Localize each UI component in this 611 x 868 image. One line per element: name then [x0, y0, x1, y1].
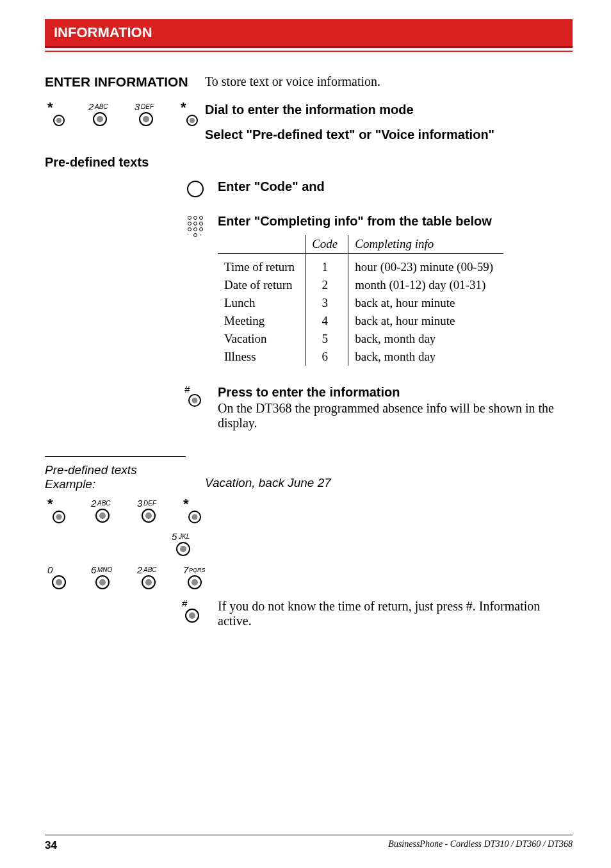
press-heading: Press to enter the information [218, 385, 573, 400]
table-header-completing: Completing info [348, 235, 503, 254]
table-cell: 6 [306, 348, 348, 366]
example-heading2: Example: [45, 477, 205, 491]
code-table: Code Completing info Time of return1hour… [218, 235, 503, 366]
svg-point-20 [200, 222, 203, 225]
svg-text:DEF: DEF [143, 500, 157, 507]
star-key-icon: * [183, 499, 211, 525]
table-cell: Lunch [218, 294, 306, 312]
svg-point-40 [145, 512, 152, 519]
dial-instruction: Dial to enter the information mode [205, 102, 573, 117]
section-header-text: INFORMATION [54, 24, 152, 40]
svg-text:5: 5 [172, 532, 177, 542]
svg-text:ABC: ABC [143, 566, 157, 573]
svg-point-6 [97, 116, 103, 122]
two-key-icon: 2ABC [137, 566, 168, 591]
svg-text:3: 3 [134, 102, 140, 112]
svg-point-36 [99, 512, 106, 519]
example-row3: 0 6MNO 2ABC 7PQRS [45, 566, 205, 591]
svg-text:6: 6 [91, 566, 97, 575]
table-cell: Meeting [218, 312, 306, 330]
star-key-icon: * [47, 102, 73, 127]
page: INFORMATION ENTER INFORMATION To store t… [0, 0, 611, 868]
svg-text:DEF: DEF [141, 103, 154, 110]
svg-text:2: 2 [88, 102, 94, 112]
svg-point-47 [180, 546, 186, 552]
svg-text:#: # [184, 385, 190, 395]
svg-point-21 [188, 227, 191, 231]
table-header-blank [218, 235, 306, 254]
seven-key-icon: 7PQRS [183, 566, 216, 591]
svg-text:PQRS: PQRS [189, 567, 206, 573]
svg-text:2: 2 [137, 566, 143, 575]
table-cell: Vacation [218, 330, 306, 348]
table-cell: hour (00-23) minute (00-59) [348, 253, 503, 276]
svg-text:0: 0 [47, 566, 53, 575]
svg-point-2 [56, 118, 61, 123]
svg-text:ABC: ABC [94, 103, 108, 110]
example-row2: 5JKL [45, 532, 205, 558]
table-cell: 4 [306, 312, 348, 330]
example-row1: * 2ABC 3DEF * [45, 499, 205, 525]
star-key-icon: * [47, 499, 76, 525]
hash-key-icon: # [179, 599, 202, 625]
table-cell: back at, hour minute [348, 312, 503, 330]
enter-completing-instruction: Enter "Completing info" from the table b… [218, 214, 492, 228]
dial-sequence: * 2ABC 3DEF * [45, 102, 205, 127]
table-cell: Date of return [218, 276, 306, 294]
svg-point-22 [194, 227, 197, 231]
enter-code-instruction: Enter "Code" and [218, 179, 325, 193]
svg-point-10 [143, 116, 149, 122]
hash-key-icon: # [182, 399, 205, 410]
svg-point-43 [192, 514, 198, 520]
svg-point-17 [200, 216, 203, 219]
circle-icon [186, 190, 205, 201]
five-key-icon: 5JKL [172, 532, 202, 558]
example-footer-text: If you do not know the time of return, j… [218, 599, 573, 628]
table-cell: 3 [306, 294, 348, 312]
six-key-icon: 6MNO [91, 566, 122, 591]
svg-point-16 [194, 216, 197, 219]
three-key-icon: 3DEF [137, 499, 168, 525]
keypad-cluster-icon: *# [186, 228, 205, 239]
enter-information-desc: To store text or voice information. [205, 74, 380, 88]
svg-text:3: 3 [137, 499, 143, 509]
svg-text:*: * [183, 499, 189, 512]
svg-text:*: * [47, 499, 53, 512]
select-instruction: Select "Pre-defined text" or "Voice info… [205, 127, 573, 142]
svg-point-54 [99, 579, 106, 585]
enter-information-heading: ENTER INFORMATION [45, 74, 188, 89]
page-footer: 34 BusinessPhone - Cordless DT310 / DT36… [45, 835, 573, 852]
svg-point-50 [56, 579, 62, 585]
svg-point-13 [190, 118, 195, 123]
star-key-icon: * [181, 102, 206, 127]
svg-point-24 [194, 233, 197, 236]
svg-text:#: # [200, 233, 202, 236]
table-cell: Time of return [218, 253, 306, 276]
svg-text:7: 7 [183, 566, 189, 575]
svg-text:*: * [187, 233, 189, 236]
table-cell: Illness [218, 348, 306, 366]
svg-text:#: # [182, 599, 188, 609]
svg-point-18 [188, 222, 191, 225]
svg-point-19 [194, 222, 197, 225]
svg-point-62 [191, 579, 198, 585]
svg-point-15 [188, 216, 191, 219]
table-cell: back, month day [348, 330, 503, 348]
svg-text:MNO: MNO [97, 566, 113, 573]
svg-point-29 [192, 397, 198, 403]
svg-text:JKL: JKL [178, 533, 190, 540]
svg-point-32 [56, 514, 62, 520]
table-cell: 5 [306, 330, 348, 348]
section-header: INFORMATION [45, 19, 573, 48]
page-number: 34 [45, 839, 57, 852]
table-cell: 1 [306, 253, 348, 276]
table-cell: back, month day [348, 348, 503, 366]
table-cell: 2 [306, 276, 348, 294]
predefined-heading: Pre-defined texts [45, 155, 573, 170]
table-header-code: Code [306, 235, 348, 254]
header-underline [45, 51, 573, 52]
svg-point-23 [200, 227, 203, 231]
footer-text: BusinessPhone - Cordless DT310 / DT360 /… [388, 839, 573, 852]
example-right: Vacation, back June 27 [205, 476, 573, 490]
svg-point-14 [188, 181, 203, 197]
